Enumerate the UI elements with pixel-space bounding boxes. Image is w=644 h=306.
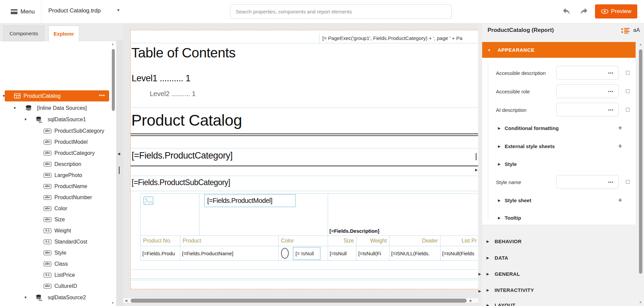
tree-item-productcategory[interactable]: abc ProductCategory	[0, 147, 116, 159]
cell-color[interactable]: [= IsNull	[279, 246, 328, 261]
tree-item-standardcost[interactable]: 0.1 StandardCost	[0, 236, 116, 247]
group-style[interactable]: ▶ Style	[482, 159, 636, 169]
menu-button[interactable]: Menu	[11, 6, 35, 17]
toc-level1-entry[interactable]: Level1 .......... 1	[132, 73, 190, 84]
expression-checkbox[interactable]	[626, 180, 630, 184]
group-conditional-formatting[interactable]: ▶ Conditional formatting +	[482, 123, 636, 133]
expression-checkbox[interactable]	[626, 89, 630, 93]
accessible-role-input[interactable]: •••	[556, 84, 619, 98]
scrollbar-thumb[interactable]	[131, 299, 467, 303]
tab-components[interactable]: Components	[3, 26, 44, 41]
toc-title-textbox[interactable]: Table of Contents	[131, 45, 236, 61]
tree-item-class[interactable]: abc Class	[0, 258, 116, 269]
ellipsis-icon[interactable]: •••	[608, 89, 614, 93]
detail-table[interactable]: [=Fields.Description] [=Fields.ProductMo…	[140, 193, 478, 261]
tree-item-productsubcategory[interactable]: abc ProductSubCategory	[0, 125, 116, 136]
cell-list-price[interactable]: [=IsNull(Fields	[441, 246, 478, 261]
tree-item-cultureid2[interactable]: abc CultureID	[0, 303, 116, 306]
preview-button[interactable]: Preview	[595, 4, 637, 18]
accessible-description-input[interactable]: •••	[556, 66, 619, 80]
panel-scrollbar[interactable]: ▲ ▼	[638, 42, 643, 306]
tree-item-productnumber[interactable]: abc ProductNumber	[0, 192, 116, 203]
expand-marker-icon[interactable]: ▶	[475, 168, 478, 172]
add-conditional-formatting-button[interactable]: +	[618, 124, 622, 132]
tree-item-inline-data-sources[interactable]: ▼ [Inline Data Sources]	[0, 102, 116, 114]
section-layout[interactable]: ▶ LAYOUT	[482, 300, 644, 306]
column-header-product[interactable]: Product	[180, 236, 279, 246]
column-header-size[interactable]: Size	[328, 236, 357, 246]
ai-description-input[interactable]: •••	[556, 103, 619, 117]
redo-icon[interactable]	[580, 7, 589, 16]
page-header-expression-textbox[interactable]: [= PageExec('group1', Fields.ProductCate…	[319, 33, 478, 43]
color-isnull-textbox-selected[interactable]: [= IsNull	[293, 247, 320, 260]
expand-arrow-icon[interactable]: ▶	[498, 126, 501, 130]
expand-arrow-icon[interactable]: ▶	[498, 216, 501, 220]
tree-item-largephoto[interactable]: 001 LargePhoto	[0, 170, 116, 181]
collapse-left-icon[interactable]: ◀	[118, 152, 120, 156]
add-external-style-sheet-button[interactable]: +	[618, 142, 622, 150]
file-title[interactable]: Product Catalog.trdp	[48, 7, 101, 14]
undo-icon[interactable]	[562, 7, 571, 16]
more-options-icon[interactable]: •••	[99, 90, 105, 101]
scroll-down-icon[interactable]: ▼	[639, 301, 642, 304]
left-splitter[interactable]: ◀	[116, 24, 123, 306]
scroll-down-icon[interactable]: ▼	[111, 301, 114, 305]
cell-dealer[interactable]: [=ISNULL(Fields.	[389, 246, 441, 261]
tree-item-productcatalog[interactable]: ▼ ProductCatalog •••	[0, 90, 116, 101]
cell-size[interactable]: [=IsNull	[328, 246, 357, 261]
section-interactivity[interactable]: ▶ INTERACTIVITY	[482, 285, 644, 295]
tree-item-sqldatasource2[interactable]: ▼ SQL sqlDataSource2	[0, 292, 116, 303]
group-style-sheet[interactable]: ▶ Style sheet +	[482, 195, 636, 205]
add-style-sheet-button[interactable]: +	[618, 196, 622, 204]
expand-right-icon[interactable]: ▶	[478, 272, 481, 276]
group-tooltip[interactable]: ▶ Tooltip	[482, 213, 636, 223]
column-header-product-no[interactable]: Product No.	[141, 236, 180, 246]
expression-checkbox[interactable]	[626, 108, 630, 112]
group-external-style-sheets[interactable]: ▶ External style sheets +	[482, 141, 636, 151]
collapse-arrow-icon[interactable]: ▼	[24, 118, 27, 121]
ellipsis-icon[interactable]: •••	[608, 108, 614, 112]
section-behavior[interactable]: ▶ BEHAVIOR	[482, 236, 644, 246]
scroll-right-icon[interactable]: ▶	[470, 299, 472, 302]
design-canvas[interactable]: [= PageExec('group1', Fields.ProductCate…	[123, 24, 478, 306]
scroll-up-icon[interactable]: ▲	[639, 43, 642, 46]
model-textbox-selected[interactable]: [=Fields.ProductModel]	[204, 194, 295, 207]
categorized-view-icon[interactable]	[621, 27, 630, 34]
column-header-weight[interactable]: Weight	[357, 236, 389, 246]
tree-item-sqldatasource1[interactable]: ▼ SQL sqlDataSource1	[0, 114, 116, 125]
section-data[interactable]: ▶ DATA	[482, 253, 644, 263]
collapse-arrow-icon[interactable]: ▼	[24, 296, 27, 299]
collapse-arrow-icon[interactable]: ▼	[13, 106, 16, 110]
report-page[interactable]: [= PageExec('group1', Fields.ProductCate…	[130, 30, 478, 289]
tree-item-productmodel[interactable]: abc ProductModel	[0, 136, 116, 147]
expand-arrow-icon[interactable]: ▶	[498, 199, 501, 202]
scrollbar-thumb[interactable]	[112, 49, 115, 111]
cell-product-no[interactable]: [=Fields.Produ	[141, 246, 180, 261]
color-swatch-shape[interactable]	[281, 248, 289, 259]
right-splitter[interactable]: ▶ ▶	[478, 24, 482, 306]
subcategory-group-textbox[interactable]: [=Fields.ProductSubCategory]	[132, 178, 230, 187]
ellipsis-icon[interactable]: •••	[608, 71, 614, 75]
tab-explorer[interactable]: Explorer	[48, 26, 79, 42]
cell-product-name[interactable]: [=Fields.ProductName]	[180, 246, 279, 261]
tree-item-description[interactable]: abc Description	[0, 159, 116, 170]
scroll-up-icon[interactable]: ▲	[111, 42, 114, 46]
column-header-dealer[interactable]: Dealer	[389, 236, 441, 246]
chevron-down-icon[interactable]: ▼	[117, 8, 120, 12]
tree-scrollbar[interactable]: ▲ ▼	[111, 42, 116, 306]
section-appearance[interactable]: ▼ APPEARANCE	[482, 42, 636, 58]
description-cell[interactable]: [=Fields.Description]	[328, 194, 478, 236]
tree-item-productname[interactable]: abc ProductName	[0, 181, 116, 192]
category-group-textbox[interactable]: [=Fields.ProductCategory]	[132, 150, 232, 161]
expression-checkbox[interactable]	[626, 71, 630, 75]
report-title-textbox[interactable]: Product Catalog	[131, 111, 242, 129]
cell-weight[interactable]: [=IsNull(Fi	[357, 246, 389, 261]
canvas-horizontal-scrollbar[interactable]: ◀ ▶	[123, 298, 478, 303]
style-name-input[interactable]: •••	[556, 175, 619, 189]
tree-item-weight[interactable]: 0.1 Weight	[0, 225, 116, 236]
tree-item-listprice[interactable]: 0.1 ListPrice	[0, 269, 116, 280]
search-input[interactable]	[236, 5, 444, 18]
ellipsis-icon[interactable]: •••	[608, 180, 614, 184]
tree-item-color[interactable]: abc Color	[0, 203, 116, 214]
tree-item-size[interactable]: abc Size	[0, 214, 116, 225]
